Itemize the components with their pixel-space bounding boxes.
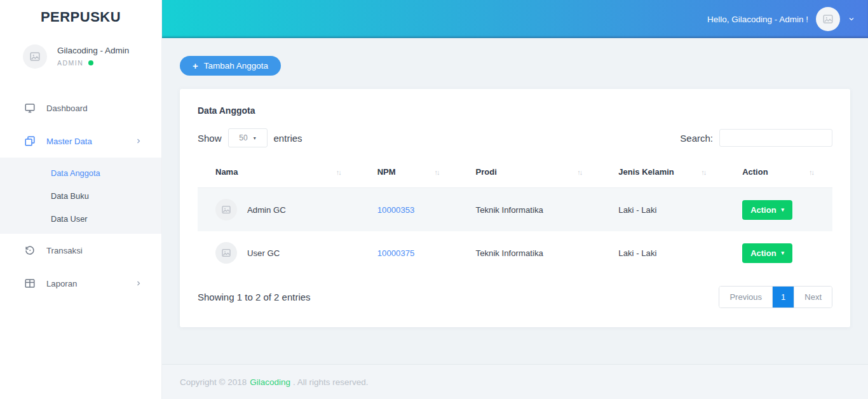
page-length-control: Show 50 ▾ entries (198, 128, 302, 147)
monitor-icon (24, 102, 36, 114)
pagination-next-button[interactable]: Next (794, 287, 832, 308)
cell-action: Action ▾ (724, 231, 832, 274)
search-input[interactable] (719, 129, 832, 147)
card-title: Data Anggota (198, 105, 832, 116)
action-label: Action (750, 205, 776, 215)
submenu-item-label: Data User (51, 214, 88, 224)
gilacoding-link[interactable]: Gilacoding (250, 377, 290, 387)
member-name: User GC (247, 248, 280, 258)
table-controls: Show 50 ▾ entries Search: (198, 128, 832, 147)
user-avatar (23, 44, 47, 69)
sidebar-user-panel: Gilacoding - Admin ADMIN (0, 25, 161, 69)
sidebar-user-role: ADMIN (57, 59, 129, 67)
member-name: Admin GC (247, 205, 286, 215)
cell-jenis-kelamin: Laki - Laki (600, 231, 724, 274)
brand-logo: PERPUSKU (0, 0, 161, 25)
action-dropdown-button[interactable]: Action ▾ (742, 200, 792, 220)
entries-info: Showing 1 to 2 of 2 entries (198, 292, 311, 302)
online-status-dot (88, 60, 93, 65)
copy-icon (24, 135, 36, 147)
footer: Copyright © 2018 Gilacoding . All rights… (162, 364, 868, 399)
sidebar-item-transaksi[interactable]: Transaksi (0, 234, 161, 267)
column-header-jenis-kelamin[interactable]: Jenis Kelamin ↑↓ (600, 156, 724, 188)
sidebar-item-master-data[interactable]: Master Data (0, 125, 161, 158)
tambah-anggota-button[interactable]: + Tambah Anggota (180, 56, 281, 76)
sidebar-user-name: Gilacoding - Admin (57, 44, 129, 55)
image-placeholder-icon (29, 51, 41, 62)
image-placeholder-icon (221, 205, 231, 215)
column-label: NPM (377, 167, 396, 177)
search-control: Search: (680, 129, 832, 147)
table-footer-row: Showing 1 to 2 of 2 entries Previous 1 N… (198, 286, 832, 308)
cell-nama: User GC (198, 231, 360, 274)
sidebar-item-label: Transaksi (46, 246, 83, 255)
member-avatar (215, 199, 237, 220)
anggota-table: Nama ↑↓ NPM ↑↓ Prodi ↑↓ Jenis Kelamin ↑↓ (198, 156, 832, 274)
sidebar-nav: Dashboard Master Data Data Anggota Data … (0, 91, 161, 300)
entries-label: entries (274, 133, 302, 144)
cell-jenis-kelamin: Laki - Laki (600, 188, 724, 232)
chevron-right-icon (135, 280, 142, 287)
copyright-post: . All rights reserved. (293, 377, 369, 387)
cell-npm: 10000353 (360, 188, 458, 232)
topbar-avatar[interactable] (816, 7, 840, 31)
caret-down-icon: ▾ (782, 250, 785, 256)
sidebar-item-data-buku[interactable]: Data Buku (0, 184, 161, 207)
npm-link[interactable]: 10000353 (377, 205, 415, 215)
sort-icon: ↑↓ (809, 168, 813, 176)
cell-npm: 10000375 (360, 231, 458, 274)
column-label: Nama (215, 167, 238, 177)
sort-icon: ↑↓ (336, 168, 341, 176)
data-anggota-card: Data Anggota Show 50 ▾ entries Search: (180, 89, 850, 327)
topbar-greeting: Hello, Gilacoding - Admin ! (707, 15, 808, 24)
sidebar-item-data-anggota[interactable]: Data Anggota (0, 161, 161, 184)
page-length-select[interactable]: 50 ▾ (228, 128, 268, 147)
table-row: User GC 10000375 Teknik Informatika Laki… (198, 231, 832, 274)
cell-prodi: Teknik Informatika (458, 188, 601, 232)
main-content: + Tambah Anggota Data Anggota Show 50 ▾ … (162, 38, 868, 399)
sidebar-item-dashboard[interactable]: Dashboard (0, 91, 161, 125)
column-header-action[interactable]: Action ↑↓ (724, 156, 832, 188)
sidebar-item-label: Master Data (46, 137, 92, 146)
submenu-item-label: Data Anggota (51, 168, 100, 178)
grid-table-icon (24, 278, 36, 289)
member-avatar (215, 242, 237, 264)
sidebar-item-laporan[interactable]: Laporan (0, 267, 161, 300)
cell-nama: Admin GC (198, 188, 360, 232)
sort-icon: ↑↓ (435, 168, 439, 176)
column-label: Action (742, 167, 768, 177)
sidebar-item-data-user[interactable]: Data User (0, 207, 161, 230)
column-header-prodi[interactable]: Prodi ↑↓ (458, 156, 601, 188)
caret-down-icon: ▾ (254, 135, 256, 141)
sort-icon: ↑↓ (577, 168, 581, 176)
action-dropdown-button[interactable]: Action ▾ (742, 243, 792, 263)
role-label: ADMIN (57, 59, 83, 67)
sidebar-item-label: Dashboard (46, 104, 88, 113)
copyright-pre: Copyright © 2018 (180, 377, 247, 387)
column-header-npm[interactable]: NPM ↑↓ (360, 156, 458, 188)
sidebar-item-label: Laporan (46, 279, 77, 288)
show-label: Show (198, 133, 222, 144)
history-icon (24, 245, 36, 256)
sidebar: PERPUSKU Gilacoding - Admin ADMIN Dashbo… (0, 0, 162, 399)
submenu-item-label: Data Buku (51, 191, 89, 201)
action-label: Action (750, 248, 776, 258)
sort-icon: ↑↓ (701, 168, 705, 176)
table-header-row: Nama ↑↓ NPM ↑↓ Prodi ↑↓ Jenis Kelamin ↑↓ (198, 156, 832, 188)
search-label: Search: (680, 133, 713, 144)
topbar: Hello, Gilacoding - Admin ! (162, 0, 868, 38)
column-header-nama[interactable]: Nama ↑↓ (198, 156, 360, 188)
image-placeholder-icon (822, 13, 834, 25)
pagination: Previous 1 Next (719, 286, 832, 308)
chevron-down-icon[interactable] (848, 15, 855, 23)
table-row: Admin GC 10000353 Teknik Informatika Lak… (198, 188, 832, 232)
cell-action: Action ▾ (724, 188, 832, 232)
pagination-page-1-button[interactable]: 1 (773, 287, 794, 308)
image-placeholder-icon (221, 248, 231, 258)
column-label: Jenis Kelamin (618, 167, 674, 177)
tambah-anggota-label: Tambah Anggota (204, 61, 268, 71)
page-length-value: 50 (239, 133, 247, 142)
npm-link[interactable]: 10000375 (377, 248, 415, 258)
master-data-submenu: Data Anggota Data Buku Data User (0, 158, 161, 234)
pagination-previous-button[interactable]: Previous (719, 287, 773, 308)
